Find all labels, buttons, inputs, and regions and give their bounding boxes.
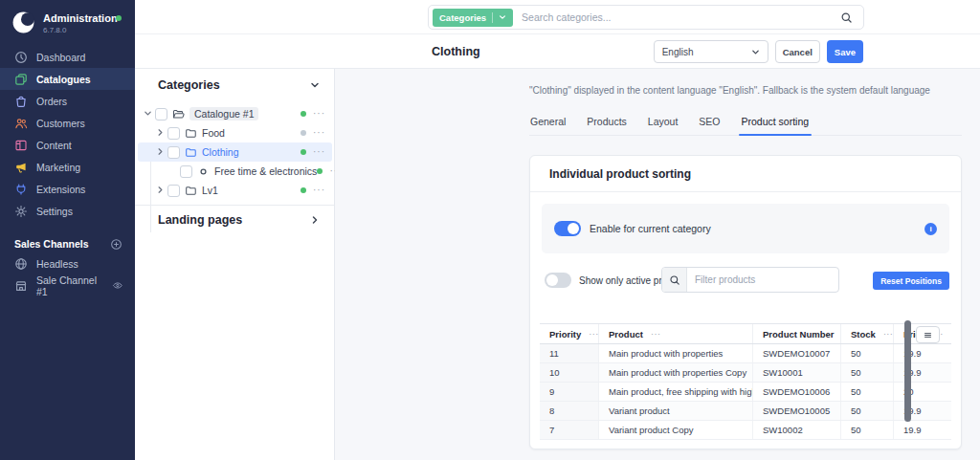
extensions-icon: [14, 183, 28, 196]
tree-item-label: Catalogue #1: [189, 107, 258, 120]
context-menu-button[interactable]: ···: [313, 186, 325, 195]
sidebar-item-label: Dashboard: [36, 52, 85, 63]
caret-icon[interactable]: [156, 147, 166, 157]
search-icon[interactable]: [840, 11, 853, 24]
tree-item-food[interactable]: Food···: [138, 123, 332, 142]
settings-icon: [14, 205, 28, 218]
search-entity-button[interactable]: Categories: [433, 9, 513, 27]
context-menu-button[interactable]: ···: [313, 109, 325, 119]
column-header-product[interactable]: Product···: [599, 324, 753, 343]
endpoint-icon: [197, 165, 210, 178]
marketing-icon: [14, 161, 28, 174]
tree-item-clothing[interactable]: Clothing···: [138, 142, 332, 162]
column-label: Priority: [549, 329, 581, 340]
column-menu-icon[interactable]: ···: [589, 329, 599, 339]
tree-panel-title: Categories: [158, 78, 220, 92]
sidebar-item-customers[interactable]: Customers: [0, 112, 135, 134]
caret-icon[interactable]: [156, 186, 166, 195]
tab-product-sorting[interactable]: Product sorting: [741, 111, 811, 135]
tree-item-label: Clothing: [202, 146, 239, 158]
tree-item-free-time-electronics[interactable]: Free time & electronics···: [138, 162, 332, 181]
cell-priority: 8: [540, 402, 599, 420]
enable-category-label: Enable for current category: [590, 223, 711, 234]
tree-item-meta: ···: [301, 128, 332, 138]
tree-item-lv1[interactable]: Lv1···: [138, 181, 332, 200]
tree-item-meta: ···: [301, 186, 332, 195]
status-dot: [301, 111, 306, 117]
sidebar-item-extensions[interactable]: Extensions: [0, 178, 135, 200]
folder-icon: [185, 127, 197, 140]
add-sales-channel-icon[interactable]: [110, 238, 122, 251]
sales-channels-header: Sales Channels: [0, 235, 135, 252]
checkbox[interactable]: [167, 127, 180, 140]
headless-icon: [14, 257, 28, 271]
sidebar-item-marketing[interactable]: Marketing: [0, 156, 135, 178]
caret-icon[interactable]: [156, 128, 166, 138]
eye-icon: [112, 279, 123, 292]
column-menu-icon[interactable]: ···: [883, 329, 894, 339]
top-search-bar: Categories: [135, 0, 980, 34]
search-input[interactable]: [513, 11, 840, 23]
status-dot: [301, 130, 306, 136]
cell-priority: 7: [540, 421, 599, 439]
table-scrollbar[interactable]: [904, 320, 911, 422]
sales-channel-label: Sale Channel #1: [36, 274, 103, 297]
sidebar-item-label: Orders: [36, 96, 67, 107]
table-row: 8Variant productSWDEMO100055019.9: [540, 402, 951, 421]
column-menu-icon[interactable]: ···: [651, 329, 661, 339]
column-header-priority[interactable]: Priority···: [540, 324, 599, 343]
context-menu-button[interactable]: ···: [313, 147, 325, 157]
tree-item-label: Lv1: [202, 185, 218, 196]
caret-icon[interactable]: [144, 109, 153, 119]
context-menu-button[interactable]: ···: [313, 128, 325, 138]
tab-products[interactable]: Products: [586, 111, 627, 135]
status-dot: [116, 15, 122, 21]
status-dot: [301, 187, 306, 193]
language-select[interactable]: English: [654, 40, 768, 63]
tree-item-catalogue-1[interactable]: Catalogue #1···: [138, 104, 332, 123]
landing-pages-label: Landing pages: [158, 213, 242, 227]
tab-seo[interactable]: SEO: [698, 111, 721, 135]
status-dot: [317, 168, 323, 174]
button-divider: [492, 12, 493, 23]
tab-bar: GeneralProductsLayoutSEOProduct sorting: [529, 111, 962, 136]
info-icon[interactable]: i: [924, 223, 937, 235]
column-settings-button[interactable]: [916, 326, 940, 343]
sales-channel-headless[interactable]: Headless: [0, 252, 135, 274]
table-row: 7Variant product CopySW100025019.9: [540, 421, 951, 440]
tree-item-label: Free time & electronics: [214, 165, 317, 177]
cell-priority: 10: [540, 363, 599, 382]
cell-product-number: SWDEMO10007: [753, 344, 841, 362]
table-header: Priority···Product···Product Number···St…: [540, 323, 951, 344]
column-header-stock[interactable]: Stock···: [841, 324, 894, 343]
checkbox[interactable]: [167, 146, 180, 159]
cell-price: 19.9: [894, 421, 951, 439]
landing-pages-section[interactable]: Landing pages: [135, 206, 334, 234]
checkbox[interactable]: [167, 185, 180, 197]
sidebar-item-catalogues[interactable]: Catalogues: [0, 68, 135, 90]
show-active-toggle[interactable]: [545, 273, 571, 288]
sidebar-item-dashboard[interactable]: Dashboard: [0, 46, 135, 68]
status-dot: [301, 149, 306, 155]
tab-layout[interactable]: Layout: [647, 111, 679, 135]
cell-stock: 50: [841, 363, 894, 382]
cancel-button[interactable]: Cancel: [775, 40, 820, 63]
checkbox[interactable]: [155, 108, 167, 120]
column-header-product-number[interactable]: Product Number···: [753, 324, 841, 343]
checkbox[interactable]: [180, 165, 192, 178]
language-fallback-note: "Clothing" displayed in the content lang…: [529, 85, 930, 96]
sidebar-item-content[interactable]: Content: [0, 134, 135, 156]
filter-products-input[interactable]: [687, 274, 838, 285]
save-button[interactable]: Save: [827, 40, 863, 63]
tab-general[interactable]: General: [529, 111, 567, 135]
sidebar-nav: DashboardCataloguesOrdersCustomersConten…: [0, 46, 135, 222]
product-sorting-card: Individual product sorting Enable for cu…: [529, 155, 962, 449]
reset-positions-button[interactable]: Reset Positions: [873, 272, 949, 290]
collapse-chevron-icon[interactable]: [310, 80, 320, 90]
sidebar-item-orders[interactable]: Orders: [0, 90, 135, 112]
sidebar-item-settings[interactable]: Settings: [0, 200, 135, 222]
enable-category-toggle[interactable]: [554, 221, 581, 236]
sales-channel-sale-channel-1[interactable]: Sale Channel #1: [0, 274, 135, 296]
category-tree-panel: Categories Catalogue #1···Food···Clothin…: [135, 69, 335, 460]
customers-icon: [14, 117, 28, 130]
